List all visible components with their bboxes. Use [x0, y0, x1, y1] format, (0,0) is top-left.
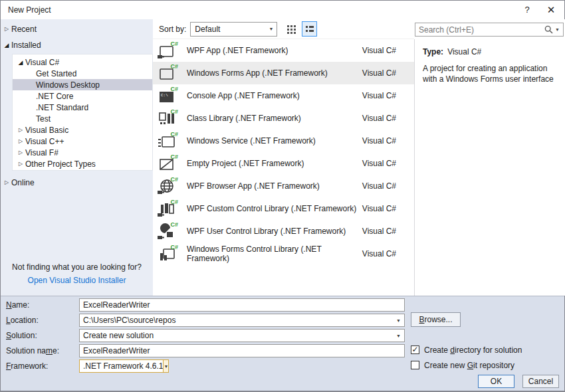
cancel-button[interactable]: Cancel [522, 375, 559, 388]
expand-arrow-icon[interactable]: ▷ [2, 26, 11, 32]
ok-button[interactable]: OK [478, 375, 514, 388]
tree-top-level: ▷Recent◢Installed [1, 19, 153, 50]
framework-label: Framework: [6, 359, 48, 373]
search-box[interactable]: ▼ [415, 23, 564, 37]
svg-text:C:\: C:\ [161, 93, 168, 98]
expand-arrow-icon[interactable]: ▷ [16, 161, 25, 167]
search-options-chevron-icon[interactable]: ▼ [554, 27, 563, 32]
framework-combobox[interactable]: .NET Framework 4.6.1 ▼ [79, 359, 169, 373]
sort-by-combobox[interactable]: Default ▼ [190, 22, 277, 37]
checkmark-icon: ✓ [411, 345, 418, 353]
sidebar-item-installed[interactable]: ◢Installed [1, 39, 153, 50]
template-item-wpf-custom-control-library-net-framework[interactable]: C# WPF Custom Control Library (.NET Fram… [153, 197, 414, 220]
sidebar-item-visual-basic[interactable]: ▷Visual Basic [13, 124, 152, 136]
help-button[interactable]: ? [515, 1, 539, 19]
sidebar-item-label: Get Started [36, 69, 76, 78]
sidebar-item-windows-desktop[interactable]: Windows Desktop [13, 79, 152, 90]
sidebar-item-online[interactable]: ▷Online [1, 177, 153, 188]
template-name: WPF Browser App (.NET Framework) [187, 181, 362, 191]
template-item-console-app-net-framework[interactable]: C:\C# Console App (.NET Framework) Visua… [153, 84, 414, 107]
expand-arrow-icon[interactable]: ▷ [16, 127, 25, 133]
checkbox[interactable]: ✓ [411, 361, 419, 369]
name-label: Name: [6, 298, 29, 312]
template-list: C# WPF App (.NET Framework) Visual C# C#… [153, 39, 414, 296]
template-language: Visual C# [362, 227, 414, 236]
template-language: Visual C# [362, 136, 414, 146]
svg-text:C#: C# [170, 86, 178, 92]
sidebar-item-recent[interactable]: ▷Recent [1, 23, 153, 35]
console-app-icon: C:\C# [158, 85, 179, 106]
location-chevron-icon[interactable]: ▼ [396, 318, 404, 323]
template-name: Windows Forms Control Library (.NET Fram… [187, 245, 362, 263]
template-language: Visual C# [362, 249, 414, 258]
checkbox-create-new-git-repository[interactable]: ✓ Create new Git repository [411, 359, 522, 371]
template-language: Visual C# [362, 91, 414, 100]
template-item-wpf-browser-app-net-framework[interactable]: C# WPF Browser App (.NET Framework) Visu… [153, 175, 414, 197]
expand-arrow-icon[interactable]: ▷ [16, 138, 25, 144]
location-field[interactable]: ▼ [79, 314, 405, 327]
solution-input[interactable] [80, 329, 396, 342]
svg-text:C#: C# [170, 199, 178, 205]
template-item-windows-forms-control-library-net-framework[interactable]: C# Windows Forms Control Library (.NET F… [153, 243, 414, 265]
list-toolbar: Sort by: Default ▼ [153, 19, 414, 39]
template-name: Windows Service (.NET Framework) [187, 136, 362, 146]
wpf-app-icon: C# [158, 40, 179, 61]
sidebar-item-visual-c[interactable]: ▷Visual C++ [13, 136, 152, 147]
location-input[interactable] [80, 314, 396, 327]
sidebar-item-visual-f[interactable]: ▷Visual F# [13, 147, 152, 158]
project-name-input[interactable] [80, 298, 404, 312]
small-icons-view-button[interactable] [283, 21, 298, 37]
sidebar-item-net-core[interactable]: .NET Core [13, 90, 152, 102]
sidebar-item-label: Installed [11, 41, 41, 50]
open-vs-installer-link[interactable]: Open Visual Studio Installer [1, 276, 153, 285]
project-name-field[interactable] [79, 298, 405, 312]
template-item-empty-project-net-framework[interactable]: C# Empty Project (.NET Framework) Visual… [153, 152, 414, 175]
template-language: Visual C# [362, 114, 414, 123]
template-name: WPF Custom Control Library (.NET Framewo… [187, 204, 362, 213]
template-item-wpf-app-net-framework[interactable]: C# WPF App (.NET Framework) Visual C# [153, 39, 414, 62]
page-title: New Project [8, 5, 51, 15]
wpf-custom-control-library-icon: C# [158, 198, 179, 219]
browse-button[interactable]: Browse... [411, 312, 461, 327]
template-name: WPF App (.NET Framework) [187, 46, 362, 55]
framework-chevron-icon[interactable]: ▼ [163, 360, 168, 372]
template-list-pane: Sort by: Default ▼ [153, 19, 414, 296]
svg-text:C#: C# [170, 41, 178, 47]
sidebar-item-net-standard[interactable]: .NET Standard [13, 102, 152, 113]
winforms-control-library-icon: C# [158, 243, 179, 264]
solution-field[interactable]: ▼ [79, 329, 405, 342]
expand-arrow-icon[interactable]: ▷ [2, 179, 11, 185]
close-button[interactable]: ✕ [539, 1, 563, 19]
sidebar-item-label: Visual F# [25, 148, 58, 157]
checkbox[interactable]: ✓ [411, 345, 419, 354]
svg-text:C#: C# [170, 131, 178, 138]
class-library-icon: C# [158, 108, 179, 129]
solution-name-input[interactable] [80, 344, 404, 357]
checkbox-create-directory-for-solution[interactable]: ✓ Create directory for solution [411, 344, 522, 355]
sidebar-item-visual-c[interactable]: ◢Visual C# [13, 56, 152, 68]
sidebar-item-get-started[interactable]: Get Started [13, 68, 152, 79]
collapse-arrow-icon[interactable]: ◢ [16, 59, 25, 66]
list-view-button[interactable] [302, 21, 317, 37]
sidebar-item-test[interactable]: Test [13, 113, 152, 124]
solution-chevron-icon[interactable]: ▼ [396, 334, 404, 338]
template-item-class-library-net-framework[interactable]: C# Class Library (.NET Framework) Visual… [153, 107, 414, 130]
template-name: WPF User Control Library (.NET Framework… [187, 227, 362, 236]
template-item-wpf-user-control-library-net-framework[interactable]: C# WPF User Control Library (.NET Framew… [153, 220, 414, 243]
sidebar-item-label: Test [36, 114, 51, 124]
search-icon[interactable] [543, 25, 554, 34]
search-input[interactable] [415, 25, 543, 35]
template-name: Class Library (.NET Framework) [187, 114, 362, 123]
svg-text:C#: C# [170, 221, 178, 228]
titlebar[interactable]: New Project ? ✕ [1, 1, 564, 19]
solution-name-field[interactable] [79, 344, 405, 357]
collapse-arrow-icon[interactable]: ◢ [2, 42, 11, 49]
installed-subtree: ◢Visual C#Get StartedWindows Desktop.NET… [12, 54, 153, 171]
template-item-windows-forms-app-net-framework[interactable]: C# Windows Forms App (.NET Framework) Vi… [153, 62, 414, 84]
sort-by-value: Default [195, 25, 220, 34]
expand-arrow-icon[interactable]: ▷ [16, 149, 25, 155]
sidebar-item-other-project-types[interactable]: ▷Other Project Types [13, 158, 152, 169]
svg-text:C#: C# [170, 153, 178, 160]
template-item-windows-service-net-framework[interactable]: C# Windows Service (.NET Framework) Visu… [153, 130, 414, 152]
wpf-user-control-library-icon: C# [158, 221, 179, 242]
